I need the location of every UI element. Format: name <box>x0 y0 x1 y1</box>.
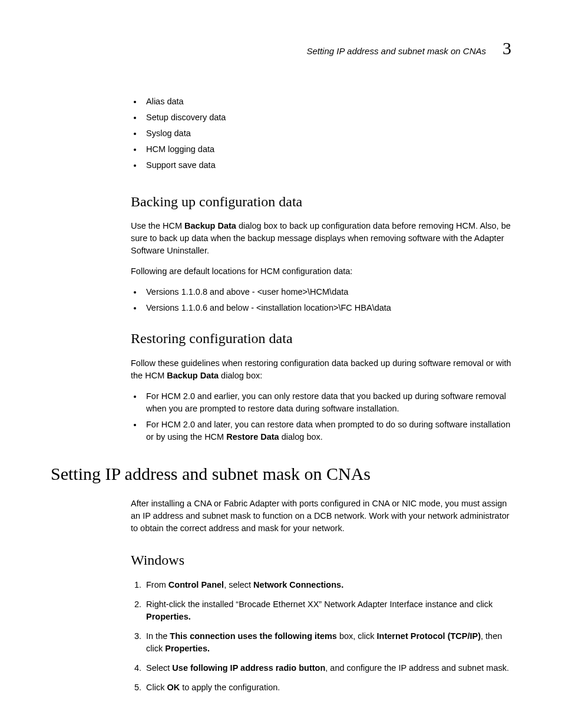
list-item: For HCM 2.0 and later, you can restore d… <box>143 419 511 443</box>
body-text: For HCM 2.0 and later, you can restore d… <box>146 420 510 442</box>
backing-bullet-list: Versions 1.1.0.8 and above - <user home>… <box>131 286 511 314</box>
body-text: dialog box. <box>279 432 323 442</box>
body-text: For HCM 2.0 and earlier, you can only re… <box>146 391 506 413</box>
list-item: For HCM 2.0 and earlier, you can only re… <box>143 390 511 415</box>
list-item: Select Use following IP address radio bu… <box>144 662 511 674</box>
list-item: Right-click the installed “Brocade Ether… <box>144 598 511 623</box>
windows-steps: From Control Panel, select Network Conne… <box>131 579 511 694</box>
content-block-2: After installing a CNA or Fabric Adapter… <box>131 498 511 694</box>
heading-setting-ip: Setting IP address and subnet mask on CN… <box>51 461 511 487</box>
content-block-1: Alias dataSetup discovery dataSyslog dat… <box>131 95 511 444</box>
running-header: Setting IP address and subnet mask on CN… <box>51 35 511 61</box>
body-text: In the <box>146 631 170 641</box>
chapter-number: 3 <box>503 35 511 61</box>
bold-text: This connection uses the following items <box>170 631 337 641</box>
bold-text: Internet Protocol (TCP/IP) <box>377 631 481 641</box>
body-text: Click <box>146 683 167 692</box>
heading-windows: Windows <box>131 550 511 571</box>
list-item: Alias data <box>143 95 511 108</box>
bold-text: Properties. <box>146 612 191 621</box>
backing-para-1: Use the HCM Backup Data dialog box to ba… <box>131 220 511 257</box>
restoring-para-1: Follow these guidelines when restoring c… <box>131 357 511 382</box>
body-text: box, click <box>337 631 377 641</box>
running-header-text: Setting IP address and subnet mask on CN… <box>306 45 486 58</box>
intro-bullet-list: Alias dataSetup discovery dataSyslog dat… <box>131 95 511 172</box>
list-item: Support save data <box>143 159 511 172</box>
list-item: HCM logging data <box>143 143 511 156</box>
body-text: Select <box>146 663 172 673</box>
heading-backing-up: Backing up configuration data <box>131 192 511 212</box>
list-item: Syslog data <box>143 127 511 140</box>
bold-text: Network Connections. <box>253 580 343 589</box>
bold-text: Use following IP address radio button <box>172 663 325 673</box>
body-text: to apply the configuration. <box>180 683 280 692</box>
list-item: Versions 1.1.0.8 and above - <user home>… <box>143 286 511 298</box>
body-text: From <box>146 580 168 589</box>
list-item: Setup discovery data <box>143 111 511 124</box>
list-item: From Control Panel, select Network Conne… <box>144 579 511 591</box>
bold-text: Properties. <box>165 644 210 653</box>
heading-restoring: Restoring configuration data <box>131 328 511 349</box>
body-text: , select <box>224 580 253 589</box>
list-item: Click OK to apply the configuration. <box>144 681 511 694</box>
body-text: Right-click the installed “Brocade Ether… <box>146 599 492 609</box>
body-text: Use the HCM <box>131 221 184 230</box>
body-text: , and configure the IP address and subne… <box>325 663 509 673</box>
bold-text: Backup Data <box>184 221 236 230</box>
backing-para-2: Following are default locations for HCM … <box>131 265 511 278</box>
restoring-bullet-list: For HCM 2.0 and earlier, you can only re… <box>131 390 511 443</box>
setting-para: After installing a CNA or Fabric Adapter… <box>131 498 511 535</box>
list-item: In the This connection uses the followin… <box>144 630 511 655</box>
bold-text: Backup Data <box>167 371 219 380</box>
bold-text: OK <box>167 683 180 692</box>
bold-text: Control Panel <box>168 580 224 589</box>
page: Setting IP address and subnet mask on CN… <box>0 0 562 728</box>
bold-text: Restore Data <box>226 432 279 442</box>
body-text: dialog box: <box>219 371 262 380</box>
list-item: Versions 1.1.0.6 and below - <installati… <box>143 302 511 314</box>
